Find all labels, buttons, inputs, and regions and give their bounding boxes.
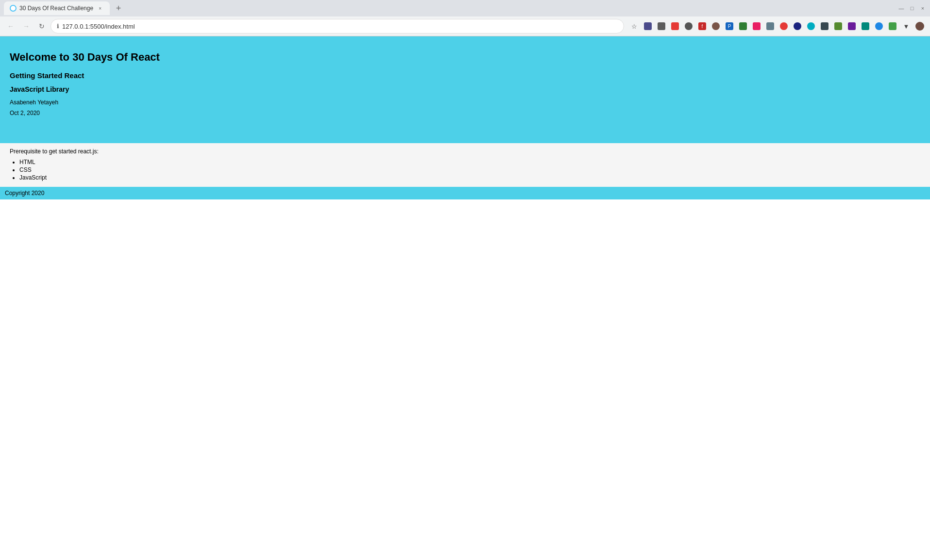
ext-icon-16[interactable] [845,20,858,33]
address-bar[interactable]: ℹ 127.0.0.1:5500/index.html [51,19,624,33]
reload-button[interactable]: ↻ [35,19,49,33]
ext-icon-8[interactable] [737,20,749,33]
tab-bar: 30 Days Of React Challenge × + — □ × [0,0,930,16]
ext-icon-14[interactable] [818,20,831,33]
prerequisite-list: HTML CSS JavaScript [19,159,920,181]
ext-icon-green[interactable] [886,20,899,33]
ext-icon-3[interactable] [669,20,681,33]
extensions-button[interactable]: ▼ [900,20,913,33]
footer-text: Copyright 2020 [5,190,44,197]
tab-favicon [10,5,17,12]
back-button[interactable]: ← [4,19,17,33]
toolbar-icons: ☆ f P [628,20,926,33]
ext-icon-17[interactable] [859,20,872,33]
ext-icon-4[interactable] [682,20,695,33]
ext-icon-10[interactable] [764,20,777,33]
ext-icon-blue-circle[interactable] [873,20,885,33]
page-title: Welcome to 30 Days Of React [10,51,920,64]
ext-icon-6[interactable] [710,20,722,33]
page-content: Welcome to 30 Days Of React Getting Star… [0,36,930,394]
footer-section: Copyright 2020 [0,187,930,199]
page-category: JavaScript Library [10,85,920,93]
list-item: JavaScript [19,174,920,181]
ext-icon-2[interactable] [655,20,668,33]
prerequisite-label: Prerequisite to get started react.js: [10,148,920,155]
ext-icon-9[interactable] [750,20,763,33]
header-section: Welcome to 30 Days Of React Getting Star… [0,36,930,143]
ext-icon-11[interactable] [778,20,790,33]
page-author: Asabeneh Yetayeh [10,99,920,106]
minimize-button[interactable]: — [898,5,905,12]
list-item: CSS [19,166,920,173]
ext-icon-1[interactable] [642,20,654,33]
bookmark-icon[interactable]: ☆ [628,20,641,33]
ext-icon-5[interactable]: f [696,20,709,33]
secure-icon: ℹ [57,23,59,30]
active-tab[interactable]: 30 Days Of React Challenge × [4,1,110,15]
list-item: HTML [19,159,920,165]
ext-icon-13[interactable] [805,20,817,33]
main-section: Prerequisite to get started react.js: HT… [0,143,930,187]
ext-icon-12[interactable] [791,20,804,33]
url-text: 127.0.0.1:5500/index.html [62,23,618,30]
address-bar-row: ← → ↻ ℹ 127.0.0.1:5500/index.html ☆ f [0,16,930,36]
close-window-button[interactable]: × [919,5,926,12]
ext-icon-7[interactable]: P [723,20,736,33]
white-area [0,199,930,394]
page-date: Oct 2, 2020 [10,110,920,116]
forward-button[interactable]: → [19,19,33,33]
svg-point-0 [11,6,16,11]
window-controls: — □ × [898,5,926,12]
page-subtitle: Getting Started React [10,71,920,80]
browser-chrome: 30 Days Of React Challenge × + — □ × ← →… [0,0,930,36]
ext-icon-15[interactable] [832,20,845,33]
tab-title: 30 Days Of React Challenge [19,5,93,12]
new-tab-button[interactable]: + [112,1,125,15]
profile-icon[interactable] [913,20,926,33]
maximize-button[interactable]: □ [909,5,915,12]
tab-close-button[interactable]: × [96,4,104,12]
